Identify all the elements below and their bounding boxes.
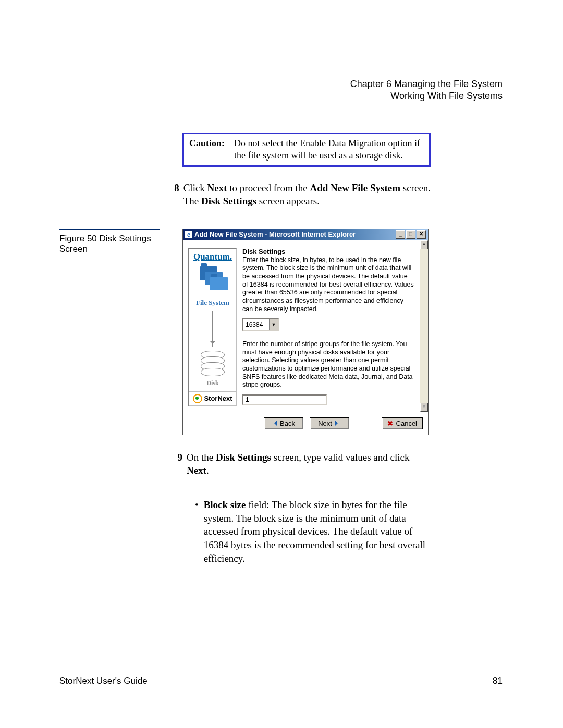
scroll-down-button[interactable]: ▼: [420, 403, 428, 412]
page-footer: StorNext User's Guide 81: [59, 676, 503, 686]
x-icon: ✖: [387, 419, 393, 427]
bullet-block-size: • Block size field: The block size in by…: [195, 498, 435, 565]
vertical-scrollbar[interactable]: ▲ ▼: [420, 240, 428, 412]
step-9: 9 On the Disk Settings screen, type vali…: [173, 451, 434, 477]
window-titlebar: e Add New File System - Microsoft Intern…: [183, 229, 428, 240]
next-button[interactable]: Next: [310, 417, 349, 429]
page-header: Chapter 6 Managing the File System Worki…: [59, 78, 503, 103]
scroll-up-button[interactable]: ▲: [420, 240, 428, 249]
bullet-icon: •: [195, 498, 204, 565]
step-number: 8: [173, 181, 183, 208]
folders-icon: [189, 266, 236, 297]
file-system-label: File System: [189, 299, 236, 307]
ie-icon: e: [185, 231, 192, 238]
caution-text: Do not select the Enable Data Migration …: [234, 138, 424, 162]
figure-caption: Figure 50 Disk Settings Screen: [59, 233, 165, 254]
chapter-line: Chapter 6 Managing the File System: [59, 78, 503, 90]
step-body: Click Next to proceed from the Add New F…: [183, 181, 434, 208]
bullet-text: Block size field: The block size in byte…: [204, 498, 435, 565]
figure-caption-rule: [59, 229, 160, 230]
block-size-description: Enter the block size, in bytes, to be us…: [242, 256, 414, 313]
stripe-groups-input[interactable]: [242, 394, 327, 405]
chevron-down-icon: ▼: [269, 319, 278, 330]
arrow-down-icon: [212, 311, 213, 347]
cancel-button[interactable]: ✖ Cancel: [382, 417, 423, 429]
caution-box: Caution: Do not select the Enable Data M…: [182, 133, 431, 167]
quantum-logo: Quantum.: [189, 252, 236, 266]
disks-icon: [189, 351, 236, 376]
maximize-button[interactable]: □: [406, 230, 415, 239]
wizard-content: Disk Settings Enter the block size, in b…: [237, 248, 414, 406]
step-number: 9: [173, 451, 187, 477]
minimize-button[interactable]: _: [396, 230, 405, 239]
section-line: Working With File Systems: [59, 90, 503, 102]
wizard-side-panel: Quantum. File System Disk: [188, 248, 237, 406]
window-title: Add New File System - Microsoft Internet…: [194, 230, 356, 238]
back-button[interactable]: Back: [264, 417, 303, 429]
figure-50: Figure 50 Disk Settings Screen e Add New…: [59, 229, 503, 435]
close-button[interactable]: ✕: [417, 230, 426, 239]
triangle-left-icon: [272, 421, 277, 426]
stripe-groups-description: Enter the number of stripe groups for th…: [242, 340, 414, 389]
footer-left: StorNext User's Guide: [59, 676, 148, 686]
caution-label: Caution:: [189, 138, 234, 162]
block-size-value: 16384: [246, 321, 263, 328]
step-8: 8 Click Next to proceed from the Add New…: [173, 181, 434, 208]
disk-settings-heading: Disk Settings: [242, 248, 414, 255]
stornext-icon: [193, 394, 202, 403]
stornext-label: StorNext: [204, 394, 232, 402]
step-body: On the Disk Settings screen, type valid …: [187, 451, 434, 477]
disk-label: Disk: [189, 379, 236, 387]
triangle-right-icon: [335, 421, 340, 426]
disk-settings-screenshot: e Add New File System - Microsoft Intern…: [182, 229, 429, 435]
footer-page-number: 81: [493, 676, 503, 686]
wizard-button-row: Back Next ✖ Cancel: [183, 412, 428, 435]
block-size-select[interactable]: 16384 ▼: [242, 318, 279, 331]
